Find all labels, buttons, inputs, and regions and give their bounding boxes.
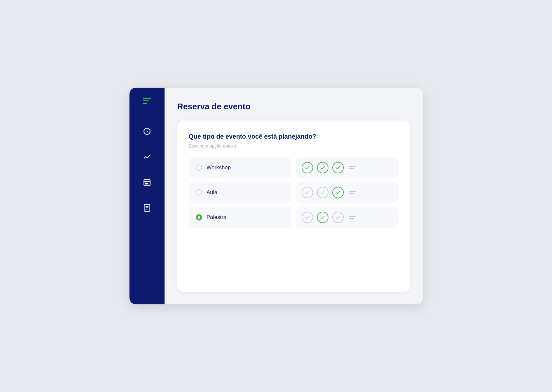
option-radio-aula[interactable] bbox=[196, 189, 202, 196]
check-workshop-1[interactable] bbox=[302, 162, 313, 173]
svg-rect-1 bbox=[144, 179, 150, 185]
clock-icon bbox=[143, 127, 151, 135]
lines-icon-workshop bbox=[349, 166, 356, 169]
check-aula-1[interactable] bbox=[302, 187, 313, 198]
checkmark-icon bbox=[335, 214, 341, 220]
option-label-palestra: Palestra bbox=[207, 214, 226, 221]
question-title: Que tipo de evento você está planejando? bbox=[189, 132, 399, 141]
option-label-workshop: Workshop bbox=[207, 164, 231, 171]
sidebar-logo[interactable] bbox=[143, 98, 151, 104]
sidebar bbox=[129, 88, 165, 304]
options-grid: Workshop bbox=[189, 157, 399, 228]
check-aula-3[interactable] bbox=[332, 187, 344, 198]
sidebar-item-calendar[interactable] bbox=[140, 175, 154, 189]
sidebar-nav bbox=[140, 124, 154, 215]
option-workshop[interactable]: Workshop bbox=[189, 157, 291, 178]
analytics-icon bbox=[143, 153, 151, 161]
checks-palestra bbox=[296, 207, 399, 228]
option-aula[interactable]: Aula bbox=[189, 182, 291, 203]
page-title: Reserva de evento bbox=[177, 102, 410, 112]
option-radio-workshop[interactable] bbox=[196, 164, 202, 171]
check-workshop-3[interactable] bbox=[332, 162, 344, 173]
event-booking-card: Que tipo de evento você está planejando?… bbox=[177, 120, 410, 292]
checkmark-icon bbox=[305, 214, 310, 220]
document-icon bbox=[143, 204, 151, 212]
sidebar-item-documents[interactable] bbox=[140, 201, 154, 215]
lines-icon-palestra bbox=[349, 216, 356, 219]
checkmark-icon bbox=[320, 165, 326, 171]
checkmark-icon bbox=[305, 190, 310, 195]
option-radio-palestra[interactable] bbox=[196, 214, 202, 221]
lines-icon-aula bbox=[349, 191, 356, 194]
checkmark-icon bbox=[335, 165, 341, 171]
sidebar-item-history[interactable] bbox=[140, 124, 154, 138]
check-palestra-2[interactable] bbox=[317, 212, 328, 223]
option-palestra[interactable]: Palestra bbox=[189, 207, 291, 228]
calendar-icon bbox=[143, 178, 151, 186]
checkmark-icon bbox=[335, 190, 341, 195]
check-palestra-3[interactable] bbox=[332, 212, 344, 223]
check-workshop-2[interactable] bbox=[317, 162, 328, 173]
question-subtitle: Escolha a opção abaixo: bbox=[189, 143, 399, 149]
hamburger-icon[interactable] bbox=[143, 98, 151, 104]
check-aula-2[interactable] bbox=[317, 187, 328, 198]
app-container: Reserva de evento Que tipo de evento voc… bbox=[129, 88, 423, 304]
checkmark-icon bbox=[320, 190, 326, 195]
main-content: Reserva de evento Que tipo de evento voc… bbox=[165, 88, 423, 304]
checkmark-icon bbox=[320, 214, 326, 220]
checks-aula bbox=[296, 182, 399, 203]
option-label-aula: Aula bbox=[207, 189, 217, 196]
checks-workshop bbox=[296, 157, 399, 178]
check-palestra-1[interactable] bbox=[302, 212, 313, 223]
sidebar-item-analytics[interactable] bbox=[140, 150, 154, 164]
checkmark-icon bbox=[305, 165, 310, 171]
